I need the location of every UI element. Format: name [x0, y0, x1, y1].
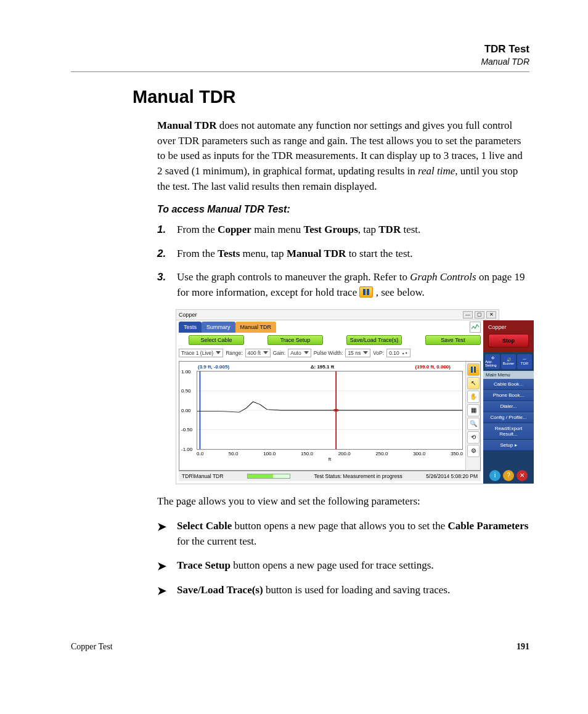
step-2: 2. From the Tests menu, tap Manual TDR t…	[157, 246, 529, 262]
reset-zoom-button[interactable]: ⟲	[467, 431, 480, 444]
sidebar-item-setup[interactable]: Setup ▸	[483, 440, 534, 451]
minimize-icon[interactable]: —	[463, 311, 473, 318]
hold-trace-button[interactable]	[467, 363, 480, 376]
bullet-item: ➤ Trace Setup button opens a new page us…	[157, 558, 529, 574]
t: Manual TDR	[287, 248, 346, 259]
xtick: 350.0	[451, 451, 463, 456]
t: to start the test.	[346, 248, 412, 259]
xtick: 300.0	[413, 451, 425, 456]
zoom-button[interactable]: 🔍	[467, 418, 480, 430]
xtick: 50.0	[229, 451, 239, 456]
trace-select[interactable]: Trace 1 (Live)	[179, 349, 223, 357]
tdr-icon[interactable]: 〰TDR	[517, 354, 532, 369]
t: button opens a new page that allows you …	[232, 520, 447, 532]
side-app-name: Copper	[486, 323, 531, 331]
t: Graph Controls	[410, 271, 476, 283]
sidebar-item-config-profile[interactable]: Config / Profile...	[483, 412, 534, 423]
t: , see below.	[376, 286, 425, 298]
step-1: 1. From the Copper main menu Test Groups…	[157, 222, 529, 238]
pulse-width-label: Pulse Width:	[314, 350, 343, 356]
t: Select Cable	[177, 520, 232, 532]
tab-summary[interactable]: Summary	[202, 322, 235, 333]
window-titlebar: Copper — ▢ ✕	[176, 310, 499, 320]
range-value: 400 ft	[248, 350, 261, 356]
exit-icon[interactable]: ✕	[517, 470, 528, 481]
maximize-icon[interactable]: ▢	[475, 311, 484, 318]
info-icon[interactable]: i	[489, 470, 500, 481]
range-select[interactable]: 400 ft	[245, 349, 271, 357]
save-load-traces-button[interactable]: Save/Load Trace(s)	[346, 335, 402, 345]
t: button opens a new page used for trace s…	[231, 559, 434, 571]
progress-bar	[247, 474, 290, 479]
pan-button[interactable]: ✋	[467, 391, 480, 403]
intro-lead: Manual TDR	[157, 120, 217, 131]
tab-manual-tdr[interactable]: Manual TDR	[235, 322, 276, 333]
buzzer-icon[interactable]: 🔊Buzzer	[501, 354, 516, 369]
bullet-arrow-icon: ➤	[157, 583, 177, 599]
page-title: Manual TDR	[133, 87, 529, 107]
chevron-down-icon	[363, 351, 368, 354]
pulse-width-select[interactable]: 15 ns	[345, 349, 370, 357]
gain-label: Gain:	[273, 350, 285, 356]
step-num: 2.	[157, 246, 177, 262]
save-test-button[interactable]: Save Test	[425, 335, 481, 345]
page-number: 191	[517, 642, 529, 652]
x-axis-label: ft	[197, 456, 463, 462]
sidebar-item-read-export[interactable]: Read/Export Result...	[483, 423, 534, 440]
t: Use the graph controls to maneuver the g…	[177, 271, 410, 283]
chevron-down-icon	[304, 351, 309, 354]
settings-button[interactable]: ⚙	[467, 445, 480, 457]
t: test.	[401, 224, 420, 235]
t: Trace Setup	[177, 559, 231, 571]
close-icon[interactable]: ✕	[486, 311, 496, 318]
t: From the	[177, 248, 218, 259]
pause-icon	[359, 286, 373, 298]
chart-toggle-icon[interactable]	[470, 322, 481, 333]
help-icon[interactable]: ?	[503, 470, 514, 481]
trace-setup-button[interactable]: Trace Setup	[267, 335, 323, 345]
intro-italic: real time	[418, 165, 455, 177]
vop-label: VoP:	[373, 350, 384, 356]
sidebar-item-dialer[interactable]: Dialer...	[483, 401, 534, 412]
range-label: Range:	[226, 350, 242, 356]
stop-button[interactable]: Stop	[488, 334, 529, 347]
t: for the current test.	[177, 535, 256, 547]
vop-input[interactable]: 0.10▲▼	[386, 349, 410, 357]
trace-select-value: Trace 1 (Live)	[181, 350, 213, 356]
header-rule	[71, 71, 529, 72]
t: Cable Parameters	[448, 520, 529, 532]
t: , tap	[358, 224, 379, 235]
l: App. Setting	[485, 360, 500, 367]
sidebar-item-phone-book[interactable]: Phone Book...	[483, 390, 534, 401]
app-setting-icon[interactable]: ⚙App. Setting	[485, 354, 500, 369]
breadcrumb-path: TDR\Manual TDR	[182, 473, 223, 479]
sidebar-item-cable-book[interactable]: Cable Book...	[483, 379, 534, 390]
t: Test Groups	[303, 224, 357, 235]
gain-value: Auto	[290, 350, 301, 356]
bullet-arrow-icon: ➤	[157, 519, 177, 549]
xtick: 250.0	[375, 451, 388, 456]
ytick: 0.50	[181, 388, 191, 394]
xtick: 100.0	[263, 451, 276, 456]
select-cable-button[interactable]: Select Cable	[189, 335, 244, 345]
bullet-item: ➤ Select Cable button opens a new page t…	[157, 519, 529, 549]
t: Tests	[218, 248, 240, 259]
xtick: 200.0	[338, 451, 351, 456]
zoom-box-button[interactable]: ▦	[467, 404, 480, 416]
ytick: 1.00	[181, 368, 191, 374]
pulse-width-value: 15 ns	[348, 350, 361, 356]
vop-value: 0.10	[389, 350, 399, 356]
t: Save/Load Trace(s)	[177, 584, 263, 596]
header-chapter: TDR Test	[71, 43, 529, 55]
intro-paragraph: Manual TDR does not automate any functio…	[157, 118, 529, 194]
tdr-plot[interactable]: 1.00 0.50 0.00 -0.50 -1.00	[197, 371, 463, 450]
tab-tests[interactable]: Tests	[179, 322, 202, 333]
step-num: 1.	[157, 222, 177, 238]
t: From the	[177, 224, 218, 235]
ytick: -0.50	[181, 427, 192, 432]
cursor-button[interactable]: ↖	[467, 377, 480, 389]
chevron-down-icon	[216, 351, 221, 354]
gain-select[interactable]: Auto	[288, 349, 311, 357]
bullet-arrow-icon: ➤	[157, 558, 177, 574]
xtick: 150.0	[301, 451, 313, 456]
